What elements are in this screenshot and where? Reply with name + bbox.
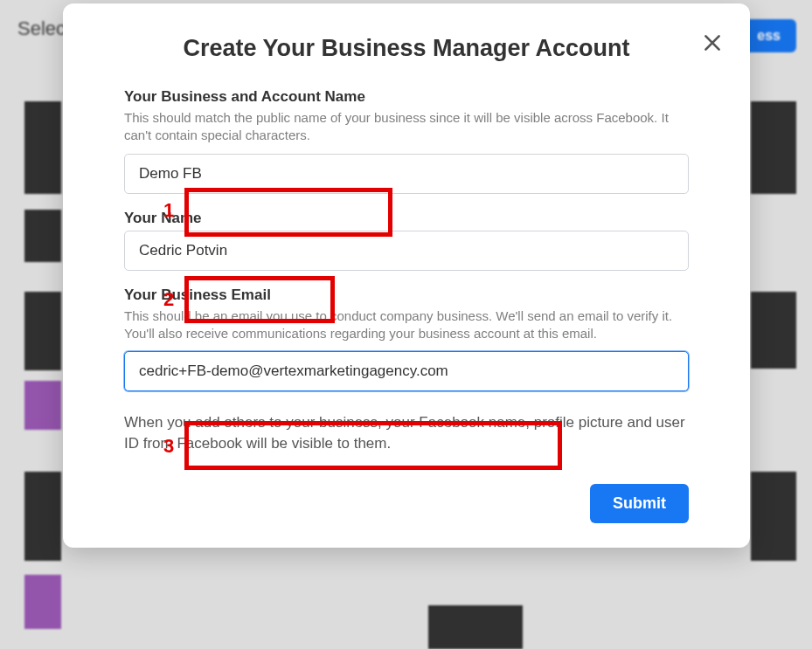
visibility-note: When you add others to your business, yo… [124,412,689,454]
your-name-input[interactable] [124,231,689,271]
your-name-field: Your Name [124,210,689,271]
annotation-num-1: 1 [163,199,174,222]
close-icon[interactable] [701,31,724,54]
business-email-label: Your Business Email [124,287,689,304]
business-email-field: Your Business Email This should be an em… [124,287,689,392]
business-email-desc: This should be an email you use to condu… [124,307,689,343]
business-name-label: Your Business and Account Name [124,88,689,106]
submit-button[interactable]: Submit [590,484,689,523]
annotation-num-2: 2 [163,288,174,311]
your-name-label: Your Name [124,210,689,227]
business-name-field: Your Business and Account Name This shou… [124,88,689,194]
annotation-num-3: 3 [163,435,174,458]
modal-title: Create Your Business Manager Account [124,35,689,62]
business-name-desc: This should match the public name of you… [124,109,689,145]
create-business-modal: Create Your Business Manager Account You… [63,3,750,548]
business-name-input[interactable] [124,154,689,194]
business-email-input[interactable] [124,351,689,391]
